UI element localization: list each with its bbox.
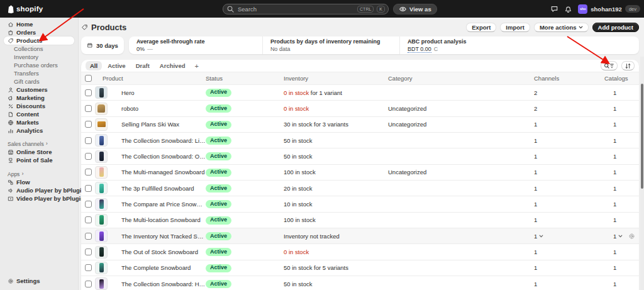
analytics-card-products-by-days-of-inventory-remaining[interactable]: Products by days of inventory remaining … (262, 36, 399, 54)
page-title: Products (91, 23, 126, 32)
sidebar-subitem-collections[interactable]: Collections (4, 45, 74, 53)
row-checkbox[interactable] (85, 201, 92, 208)
row-checkbox[interactable] (85, 281, 92, 287)
column-inventory[interactable]: Inventory (284, 75, 388, 82)
product-thumbnail (95, 86, 108, 99)
sidebar-item-analytics[interactable]: Analytics (4, 126, 74, 135)
sidebar-subitem-inventory[interactable]: Inventory (4, 53, 74, 61)
row-checkbox[interactable] (85, 248, 92, 255)
notifications-bell-icon[interactable] (564, 5, 572, 13)
product-name[interactable]: The Multi-managed Snowboard (114, 169, 206, 176)
tab-active[interactable]: Active (103, 61, 130, 70)
sidebar-item-orders[interactable]: Orders (4, 28, 74, 36)
import-button[interactable]: Import (500, 23, 530, 32)
sidebar-item-audio-player-by-bplugins[interactable]: Audio Player by bPlugins (4, 186, 74, 194)
date-range-picker[interactable]: 30 days (81, 36, 124, 54)
product-name[interactable]: roboto (114, 105, 206, 112)
add-view-button[interactable]: + (191, 62, 202, 70)
row-checkbox[interactable] (85, 105, 92, 112)
analytics-card-average-sell-through-rate[interactable]: Average sell-through rate 0%— (129, 36, 262, 54)
tab-all[interactable]: All (86, 61, 102, 70)
product-name[interactable]: The Multi-location Snowboard (114, 216, 206, 223)
row-checkbox[interactable] (85, 264, 92, 271)
sidebar-item-customers[interactable]: Customers (4, 86, 74, 94)
sidebar-item-online-store[interactable]: Online Store (4, 148, 74, 156)
channels-cell: 1 (534, 169, 599, 176)
select-all-checkbox[interactable] (85, 75, 92, 82)
product-name[interactable]: The Collection Snowboard: Oxygen (114, 153, 206, 160)
status-badge: Active (206, 280, 231, 288)
analytics-card-abc-product-analysis[interactable]: ABC product analysis BDT 0.00C (399, 36, 639, 54)
chevron-right-icon: › (21, 171, 23, 177)
sidebar-header-sales-channels[interactable]: Sales channels› (0, 140, 78, 148)
row-settings-gear-icon[interactable] (628, 233, 635, 240)
shopify-logo[interactable]: shopify (6, 4, 43, 14)
product-name[interactable]: The Collection Snowboard: Liquid (114, 137, 206, 144)
sort-button[interactable] (621, 61, 635, 70)
product-name[interactable]: The Collection Snowboard: Hydrogen (114, 281, 206, 287)
search-icon (226, 5, 235, 13)
table-row: Hero Active 0 in stock for 1 variant 2 1 (81, 85, 639, 101)
row-checkbox[interactable] (85, 169, 92, 176)
row-checkbox[interactable] (85, 153, 92, 160)
column-catalogs[interactable]: Catalogs (599, 75, 639, 82)
sidebar-item-home[interactable]: Home (4, 20, 74, 28)
row-checkbox[interactable] (85, 89, 92, 96)
product-name[interactable]: Hero (114, 89, 206, 96)
row-checkbox[interactable] (85, 121, 92, 128)
product-name[interactable]: The Complete Snowboard (114, 264, 206, 271)
table-row: The 3p Fulfilled Snowboard Active 20 in … (81, 181, 639, 196)
category-cell: Uncategorized (388, 121, 534, 128)
sidebar-item-flow[interactable]: Flow (4, 178, 74, 186)
global-search[interactable]: CTRL K (223, 4, 389, 14)
catalogs-cell: 1 (599, 264, 639, 271)
sidebar-item-markets[interactable]: Markets (4, 118, 74, 126)
view-as-button[interactable]: View as (393, 4, 437, 14)
sidebar-subitem-transfers[interactable]: Transfers (4, 69, 74, 77)
product-name[interactable]: The Compare at Price Snowboard (114, 201, 206, 208)
sidebar-item-content[interactable]: Content (4, 110, 74, 118)
product-name[interactable]: The 3p Fulfilled Snowboard (114, 185, 206, 192)
column-category[interactable]: Category (388, 75, 534, 82)
main-content: Products Export Import More actions Add … (79, 18, 644, 290)
column-product[interactable]: Product (95, 75, 206, 82)
avatar: sho (578, 4, 587, 14)
sidebar-item-marketing[interactable]: Marketing (4, 94, 74, 102)
inventory-cell: 0 in stock for 1 variant (284, 89, 388, 96)
inbox-chat-icon[interactable] (550, 5, 558, 13)
row-checkbox[interactable] (85, 137, 92, 144)
user-menu[interactable]: sho shohan192 dev (578, 4, 640, 14)
sidebar-item-settings[interactable]: Settings (4, 277, 74, 285)
sidebar-item-discounts[interactable]: Discounts (4, 102, 74, 110)
row-checkbox[interactable] (85, 216, 92, 223)
sidebar-item-video-player-by-bplugins[interactable]: Video Player by bPlugins (4, 194, 74, 203)
channels-cell: 1 (534, 248, 599, 255)
sidebar-item-point-of-sale[interactable]: Point of Sale (4, 156, 74, 164)
column-channels[interactable]: Channels (534, 75, 599, 82)
catalogs-cell: 1 (599, 105, 639, 112)
products-tag-icon (81, 24, 88, 31)
product-name[interactable]: The Out of Stock Snowboard (114, 248, 206, 255)
sidebar-subitem-gift-cards[interactable]: Gift cards (4, 77, 74, 86)
row-checkbox[interactable] (85, 185, 92, 192)
tab-draft[interactable]: Draft (131, 61, 154, 70)
add-product-button[interactable]: Add product (592, 23, 639, 32)
column-status[interactable]: Status (206, 75, 284, 82)
scrollbar-thumb[interactable] (641, 84, 643, 189)
catalogs-cell: 1 (599, 185, 639, 192)
customers-icon (8, 87, 14, 93)
sidebar-item-products[interactable]: Products (4, 36, 74, 45)
tab-archived[interactable]: Archived (155, 61, 190, 70)
export-button[interactable]: Export (466, 23, 496, 32)
status-badge: Active (206, 152, 231, 160)
more-actions-button[interactable]: More actions (534, 23, 589, 32)
sidebar-subitem-purchase-orders[interactable]: Purchase orders (4, 61, 74, 69)
search-and-filter-button[interactable] (601, 61, 618, 70)
product-name[interactable]: The Inventory Not Tracked Snowboard (114, 233, 206, 240)
analytics-icon (8, 128, 14, 134)
product-name[interactable]: Selling Plans Ski Wax (114, 121, 206, 128)
marketing-icon (8, 95, 14, 101)
row-checkbox[interactable] (85, 233, 92, 240)
search-input[interactable] (238, 6, 354, 13)
sidebar-header-apps[interactable]: Apps› (0, 170, 78, 178)
